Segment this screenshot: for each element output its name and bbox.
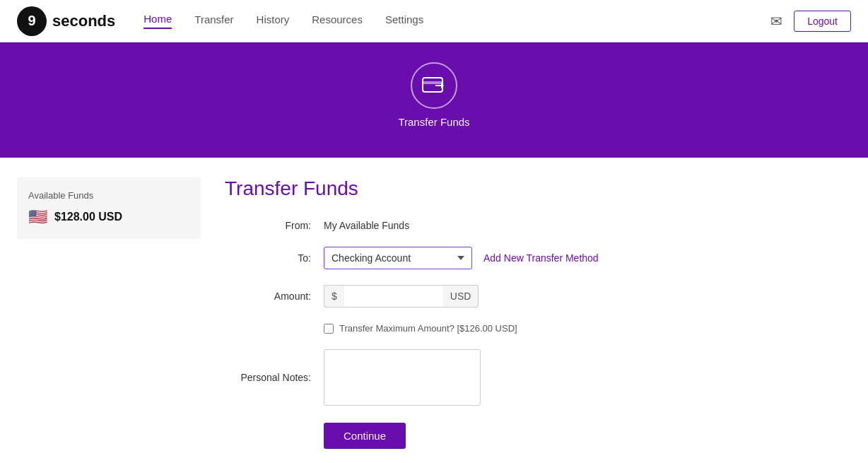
notes-row: Personal Notes: bbox=[225, 349, 851, 406]
main-content: Available Funds 🇺🇸 $128.00 USD Transfer … bbox=[0, 158, 868, 463]
amount-label: Amount: bbox=[225, 291, 324, 302]
sidebar: Available Funds 🇺🇸 $128.00 USD bbox=[17, 177, 201, 449]
hero-title: Transfer Funds bbox=[398, 116, 469, 128]
notes-label: Personal Notes: bbox=[225, 372, 324, 383]
amount-input-area: $ USD bbox=[324, 285, 479, 307]
funds-row: 🇺🇸 $128.00 USD bbox=[28, 208, 189, 226]
funds-amount: $128.00 USD bbox=[54, 211, 122, 223]
amount-row: Amount: $ USD bbox=[225, 285, 851, 307]
available-funds-label: Available Funds bbox=[28, 190, 189, 201]
continue-button[interactable]: Continue bbox=[324, 423, 406, 449]
us-flag-icon: 🇺🇸 bbox=[28, 208, 47, 226]
hero-banner: Transfer Funds bbox=[0, 42, 868, 158]
transfer-form: Transfer Funds From: My Available Funds … bbox=[218, 177, 851, 449]
header-actions: ✉ Logout bbox=[770, 11, 851, 32]
logout-button[interactable]: Logout bbox=[794, 11, 851, 32]
add-transfer-method-link[interactable]: Add New Transfer Method bbox=[483, 252, 599, 264]
logo-text: seconds bbox=[52, 12, 115, 30]
account-select[interactable]: Checking Account bbox=[324, 247, 472, 269]
nav-settings[interactable]: Settings bbox=[385, 13, 423, 28]
max-amount-checkbox[interactable] bbox=[324, 324, 334, 334]
nav-transfer[interactable]: Transfer bbox=[194, 13, 233, 28]
usd-suffix: USD bbox=[443, 285, 479, 307]
mail-icon[interactable]: ✉ bbox=[770, 13, 782, 30]
to-row: To: Checking Account Add New Transfer Me… bbox=[225, 247, 851, 269]
hero-arrow bbox=[418, 142, 450, 158]
nav-home[interactable]: Home bbox=[143, 13, 172, 29]
from-value: My Available Funds bbox=[324, 220, 409, 231]
dollar-prefix: $ bbox=[324, 285, 344, 307]
max-amount-row: Transfer Maximum Amount? [$126.00 USD] bbox=[324, 323, 851, 334]
hero-icon bbox=[411, 62, 457, 109]
max-amount-label[interactable]: Transfer Maximum Amount? [$126.00 USD] bbox=[339, 323, 517, 334]
nav-resources[interactable]: Resources bbox=[312, 13, 363, 28]
logo-area: 9 seconds bbox=[17, 6, 115, 36]
from-label: From: bbox=[225, 220, 324, 231]
amount-input[interactable] bbox=[344, 285, 443, 307]
header: 9 seconds Home Transfer History Resource… bbox=[0, 0, 868, 42]
notes-textarea[interactable] bbox=[324, 349, 481, 406]
logo-icon: 9 bbox=[17, 6, 47, 36]
form-title: Transfer Funds bbox=[225, 177, 851, 200]
main-nav: Home Transfer History Resources Settings bbox=[143, 13, 770, 29]
available-funds-card: Available Funds 🇺🇸 $128.00 USD bbox=[17, 177, 201, 239]
to-label: To: bbox=[225, 252, 324, 264]
svg-rect-1 bbox=[423, 81, 442, 84]
to-input-area: Checking Account Add New Transfer Method bbox=[324, 247, 599, 269]
nav-history[interactable]: History bbox=[257, 13, 290, 28]
from-row: From: My Available Funds bbox=[225, 220, 851, 231]
